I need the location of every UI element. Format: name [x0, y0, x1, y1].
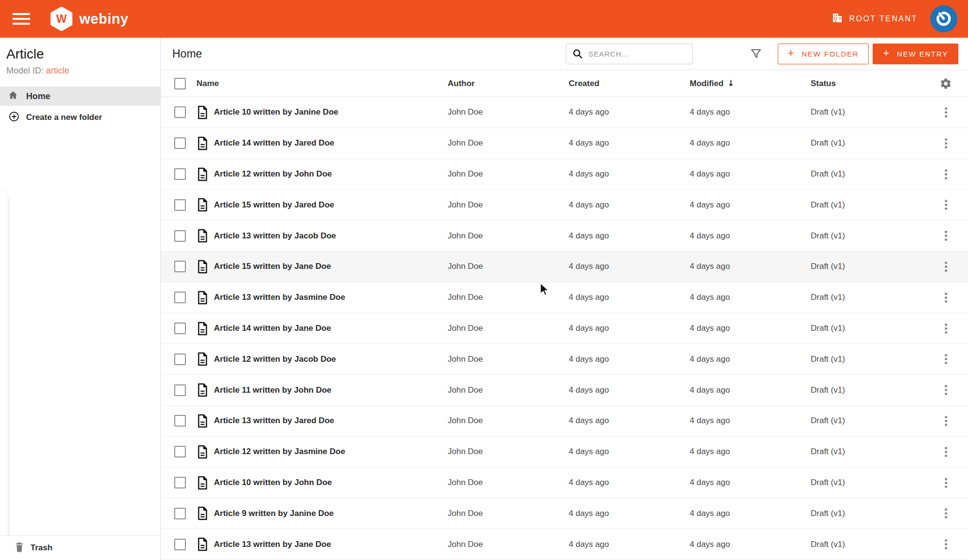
new-entry-button[interactable]: + NEW ENTRY [873, 44, 958, 64]
document-icon [197, 537, 209, 551]
table-row[interactable]: Article 13 written by Jared Doe John Doe… [161, 406, 968, 437]
entry-name[interactable]: Article 14 written by Jane Doe [214, 324, 331, 333]
entry-name[interactable]: Article 13 written by Jared Doe [214, 416, 334, 426]
entry-name[interactable]: Article 12 written by John Doe [214, 169, 332, 179]
row-checkbox[interactable] [174, 230, 186, 242]
select-all-checkbox[interactable] [174, 78, 186, 89]
kebab-menu-icon[interactable] [943, 198, 949, 212]
entry-author: John Doe [448, 231, 569, 241]
entry-name[interactable]: Article 9 written by Janine Doe [214, 509, 334, 518]
model-id: Model ID: article [6, 66, 153, 76]
kebab-menu-icon[interactable] [943, 383, 949, 397]
create-folder-button[interactable]: Create a new folder [0, 106, 160, 129]
kebab-menu-icon[interactable] [943, 291, 949, 305]
table-header-row: Name Author Created Modified↓ Status [161, 70, 968, 97]
entry-name[interactable]: Article 13 written by Jasmine Doe [214, 293, 345, 302]
entry-status: Draft (v1) [811, 447, 934, 457]
table-row[interactable]: Article 12 written by John Doe John Doe … [161, 159, 968, 190]
user-avatar[interactable] [930, 5, 957, 32]
table-row[interactable]: Article 10 written by Janine Doe John Do… [161, 97, 968, 128]
table-row[interactable]: Article 12 written by Jasmine Doe John D… [161, 437, 968, 468]
row-checkbox[interactable] [174, 415, 186, 427]
kebab-menu-icon[interactable] [943, 229, 949, 243]
entry-name[interactable]: Article 13 written by Jane Doe [214, 540, 331, 549]
table-row[interactable]: Article 15 written by Jane Doe John Doe … [161, 251, 968, 282]
entry-created: 4 days ago [569, 169, 690, 179]
row-checkbox[interactable] [174, 137, 186, 149]
entry-name[interactable]: Article 14 written by Jared Doe [214, 138, 334, 148]
column-header-status[interactable]: Status [811, 79, 934, 88]
row-checkbox[interactable] [174, 477, 186, 488]
sidebar-item-home[interactable]: Home [0, 87, 160, 106]
entry-author: John Doe [448, 447, 569, 457]
column-header-modified[interactable]: Modified↓ [690, 78, 811, 88]
entry-status: Draft (v1) [811, 107, 934, 117]
column-header-created[interactable]: Created [569, 79, 690, 88]
row-checkbox[interactable] [174, 292, 186, 303]
kebab-menu-icon[interactable] [943, 414, 949, 428]
table-row[interactable]: Article 10 written by John Doe John Doe … [161, 468, 968, 499]
document-icon [197, 445, 209, 459]
table-row[interactable]: Article 13 written by Jacob Doe John Doe… [161, 221, 968, 251]
entry-name[interactable]: Article 15 written by Jane Doe [214, 262, 331, 271]
new-folder-button[interactable]: + NEW FOLDER [778, 44, 869, 64]
row-checkbox[interactable] [174, 539, 186, 550]
table-row[interactable]: Article 14 written by Jared Doe John Doe… [161, 128, 968, 159]
entry-name[interactable]: Article 11 written by John Doe [214, 385, 332, 395]
table-row[interactable]: Article 12 written by Jacob Doe John Doe… [161, 344, 968, 375]
entry-created: 4 days ago [569, 231, 690, 241]
kebab-menu-icon[interactable] [943, 136, 949, 150]
kebab-menu-icon[interactable] [943, 476, 949, 490]
kebab-menu-icon[interactable] [943, 506, 949, 520]
table-row[interactable]: Article 15 written by Jared Doe John Doe… [161, 190, 968, 221]
row-checkbox[interactable] [174, 446, 186, 457]
gear-icon[interactable] [939, 77, 952, 90]
row-checkbox[interactable] [174, 106, 186, 118]
trash-button[interactable]: Trash [0, 535, 160, 560]
table-row[interactable]: Article 9 written by Janine Doe John Doe… [161, 498, 968, 529]
table-row[interactable]: Article 13 written by Jasmine Doe John D… [161, 282, 968, 313]
toolbar: Home + NEW FOLDER [161, 38, 968, 70]
entry-name[interactable]: Article 12 written by Jasmine Doe [214, 447, 345, 457]
entry-created: 4 days ago [569, 385, 690, 395]
kebab-menu-icon[interactable] [943, 445, 949, 459]
entry-modified: 4 days ago [690, 354, 811, 364]
tenant-selector[interactable]: ROOT TENANT [832, 12, 918, 26]
row-checkbox[interactable] [174, 168, 186, 180]
search-box [566, 44, 693, 64]
entry-author: John Doe [448, 416, 569, 426]
document-icon [197, 229, 209, 243]
kebab-menu-icon[interactable] [943, 260, 949, 274]
entry-name[interactable]: Article 15 written by Jared Doe [214, 200, 334, 210]
column-header-author[interactable]: Author [448, 79, 569, 88]
filter-icon[interactable] [750, 47, 762, 60]
table-row[interactable]: Article 13 written by Jane Doe John Doe … [161, 529, 968, 560]
column-header-name[interactable]: Name [197, 79, 448, 88]
entry-name[interactable]: Article 12 written by Jacob Doe [214, 354, 336, 364]
kebab-menu-icon[interactable] [943, 105, 949, 119]
entry-modified: 4 days ago [690, 540, 811, 549]
document-icon [197, 167, 209, 181]
kebab-menu-icon[interactable] [943, 167, 949, 181]
table-row[interactable]: Article 14 written by Jane Doe John Doe … [161, 313, 968, 344]
webiny-logo[interactable]: W webiny [50, 7, 128, 31]
row-checkbox[interactable] [174, 261, 186, 272]
search-input[interactable] [566, 44, 693, 64]
row-checkbox[interactable] [174, 199, 186, 211]
kebab-menu-icon[interactable] [943, 322, 949, 336]
menu-icon[interactable] [13, 12, 31, 26]
entry-author: John Doe [448, 324, 569, 333]
kebab-menu-icon[interactable] [943, 352, 949, 366]
table-row[interactable]: Article 11 written by John Doe John Doe … [161, 375, 968, 406]
kebab-menu-icon[interactable] [943, 537, 949, 551]
row-checkbox[interactable] [174, 354, 186, 365]
entry-name[interactable]: Article 10 written by John Doe [214, 478, 332, 487]
trash-icon [15, 542, 24, 554]
home-icon [8, 90, 18, 103]
row-checkbox[interactable] [174, 323, 186, 334]
row-checkbox[interactable] [174, 384, 186, 396]
entry-name[interactable]: Article 10 written by Janine Doe [214, 107, 338, 117]
entry-name[interactable]: Article 13 written by Jacob Doe [214, 231, 336, 241]
app-shell: Article Model ID: article Home [0, 38, 968, 560]
row-checkbox[interactable] [174, 508, 186, 519]
